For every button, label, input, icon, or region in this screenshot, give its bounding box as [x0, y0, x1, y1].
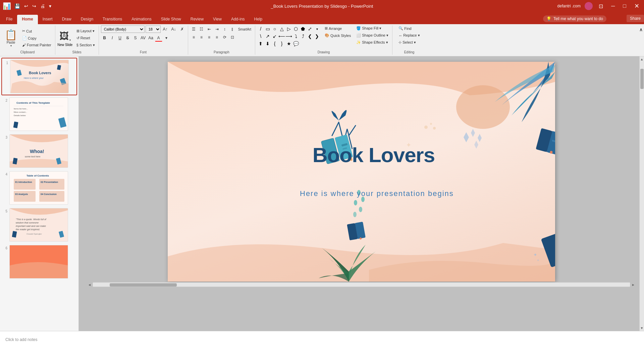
- font-color-dropdown-icon[interactable]: ▾: [163, 34, 170, 42]
- close-button[interactable]: ✕: [632, 2, 641, 10]
- customize-qa-button[interactable]: ▾: [48, 3, 53, 9]
- select-button[interactable]: ⊹ Select ▾: [397, 40, 418, 45]
- slide-item-5[interactable]: 5 "This is a quote. Words full of wisdom…: [1, 207, 77, 243]
- section-button[interactable]: § Section ▾: [75, 42, 97, 48]
- increase-indent-button[interactable]: ⇥: [213, 26, 221, 33]
- shape-bracket-button[interactable]: {: [271, 40, 278, 47]
- cut-button[interactable]: ✂ Cut: [20, 28, 53, 34]
- bullets-button[interactable]: ☰: [190, 26, 198, 33]
- shape-arrow-button[interactable]: ▷: [285, 26, 292, 32]
- tab-animations[interactable]: Animations: [127, 15, 156, 24]
- scroll-up-arrow[interactable]: ▲: [639, 56, 644, 62]
- replace-button[interactable]: ↔ Replace ▾: [397, 33, 421, 38]
- shape-arrow-sw-button[interactable]: ↙: [271, 33, 278, 40]
- increase-font-size-button[interactable]: A↑: [162, 26, 169, 33]
- layout-button[interactable]: ⊞ Layout ▾: [75, 28, 97, 34]
- numbering-button[interactable]: ☷: [198, 26, 205, 33]
- slide-item-3[interactable]: 3 Whoa! some text here: [1, 133, 77, 169]
- shape-more-button[interactable]: ▾: [314, 26, 320, 32]
- shape-curve-up-button[interactable]: ⤴: [300, 33, 306, 40]
- shape-arrow-ne-button[interactable]: ↗: [264, 33, 271, 40]
- decrease-indent-button[interactable]: ⇤: [206, 26, 213, 33]
- line-spacing-button[interactable]: ↕: [221, 26, 228, 33]
- copy-button[interactable]: 📄 Copy: [20, 35, 53, 41]
- share-button[interactable]: Share: [627, 15, 644, 22]
- underline-button[interactable]: U: [116, 34, 124, 42]
- slide-item-1[interactable]: 1 Book Lovers Here is where your: [1, 58, 77, 95]
- shape-curly-button[interactable]: }: [278, 40, 285, 47]
- paste-button[interactable]: 📋 Paste ▾: [2, 28, 20, 49]
- text-direction-button[interactable]: ⟳: [221, 34, 228, 41]
- strikethrough-button[interactable]: S: [124, 34, 131, 42]
- columns-button[interactable]: ⫿: [229, 26, 236, 33]
- slide-item-6[interactable]: 6: [1, 244, 77, 280]
- collapse-ribbon-button[interactable]: ∧: [639, 27, 643, 32]
- new-slide-button[interactable]: 🖼 ▾: [57, 29, 73, 43]
- text-shadow-button[interactable]: S: [132, 34, 139, 42]
- shape-callout-button[interactable]: 💬: [292, 40, 299, 47]
- vertical-scrollbar[interactable]: ▲ ▼: [639, 56, 644, 331]
- quick-styles-button[interactable]: 🎨 Quick Styles: [323, 33, 353, 38]
- minimize-button[interactable]: ─: [609, 2, 617, 10]
- shape-arrow-right-button[interactable]: ⟶: [285, 33, 292, 40]
- scroll-thumb-v[interactable]: [640, 69, 644, 89]
- reset-button[interactable]: ↺ Reset: [75, 35, 97, 41]
- restore-window-button[interactable]: ⊡: [597, 2, 605, 10]
- shape-triangle-button[interactable]: △: [278, 26, 285, 32]
- notes-area[interactable]: Click to add notes: [0, 331, 644, 343]
- font-name-select[interactable]: Calibri (Body): [101, 26, 145, 33]
- shape-diamond-button[interactable]: ⬟: [300, 26, 306, 32]
- find-button[interactable]: 🔍 Find: [397, 26, 413, 31]
- shape-down-arrow-button[interactable]: ⬇: [264, 40, 271, 47]
- shape-curve-down-button[interactable]: ⤵: [292, 33, 299, 40]
- tab-insert[interactable]: Insert: [38, 15, 57, 24]
- justify-button[interactable]: ≡: [213, 34, 221, 41]
- tab-view[interactable]: View: [208, 15, 226, 24]
- shape-circle-button[interactable]: ○: [271, 26, 278, 32]
- shape-up-arrow-button[interactable]: ⬆: [257, 40, 264, 47]
- redo-button[interactable]: ↪: [31, 3, 38, 9]
- align-center-button[interactable]: ≡: [198, 34, 205, 41]
- font-size-select[interactable]: 18: [146, 26, 161, 33]
- shape-chevron-right-button[interactable]: ❯: [314, 33, 320, 40]
- maximize-button[interactable]: □: [621, 2, 628, 10]
- tab-review[interactable]: Review: [186, 15, 208, 24]
- print-button[interactable]: 🖨: [39, 3, 46, 9]
- align-right-button[interactable]: ≡: [206, 34, 213, 41]
- undo-button[interactable]: ↩: [23, 3, 30, 9]
- scroll-down-arrow[interactable]: ▼: [639, 325, 644, 331]
- tab-draw[interactable]: Draw: [57, 15, 76, 24]
- save-button[interactable]: 💾: [13, 3, 21, 9]
- shape-effects-button[interactable]: ✨ Shape Effects ▾: [355, 40, 390, 45]
- change-case-button[interactable]: Aa: [147, 34, 155, 42]
- h-scroll-thumb[interactable]: [110, 283, 177, 287]
- shape-hex-button[interactable]: ⬡: [292, 26, 299, 32]
- shape-star-button[interactable]: ★: [285, 40, 292, 47]
- shape-line-button[interactable]: /: [257, 26, 264, 32]
- slide-subtitle[interactable]: Here is where your presentation begins: [300, 189, 454, 198]
- tab-design[interactable]: Design: [76, 15, 98, 24]
- char-spacing-button[interactable]: AV: [140, 34, 147, 42]
- align-left-button[interactable]: ≡: [190, 34, 198, 41]
- tab-home[interactable]: Home: [17, 15, 38, 24]
- scroll-right-arrow[interactable]: ►: [630, 282, 636, 287]
- tab-file[interactable]: File: [1, 15, 17, 24]
- tab-slideshow[interactable]: Slide Show: [156, 15, 186, 24]
- tab-help[interactable]: Help: [250, 15, 267, 24]
- tab-transitions[interactable]: Transitions: [98, 15, 127, 24]
- shape-curve-button[interactable]: ⤢: [307, 26, 313, 32]
- slide-item-4[interactable]: 4 Table of Contents 01 Introduction 02 P…: [1, 170, 77, 206]
- format-painter-button[interactable]: 🖌 Format Painter: [20, 42, 53, 48]
- slide-item-2[interactable]: 2 Contents of This Template Items list h…: [1, 96, 77, 132]
- scroll-left-arrow[interactable]: ◄: [87, 282, 93, 287]
- font-color-button[interactable]: A: [155, 34, 162, 42]
- tell-me-box[interactable]: 💡 Tell me what you want to do: [543, 15, 606, 22]
- shape-arrow-left-button[interactable]: ⟵: [278, 33, 285, 40]
- shape-chevron-left-button[interactable]: ❮: [307, 33, 313, 40]
- shape-fill-button[interactable]: 🪣 Shape Fill ▾: [355, 26, 390, 31]
- clear-formatting-button[interactable]: ✗: [178, 26, 186, 33]
- decrease-font-size-button[interactable]: A↓: [170, 26, 177, 33]
- shape-outline-button[interactable]: ⬜ Shape Outline ▾: [355, 33, 390, 38]
- shape-backslash-button[interactable]: \: [257, 33, 264, 40]
- tab-addins[interactable]: Add-ins: [226, 15, 250, 24]
